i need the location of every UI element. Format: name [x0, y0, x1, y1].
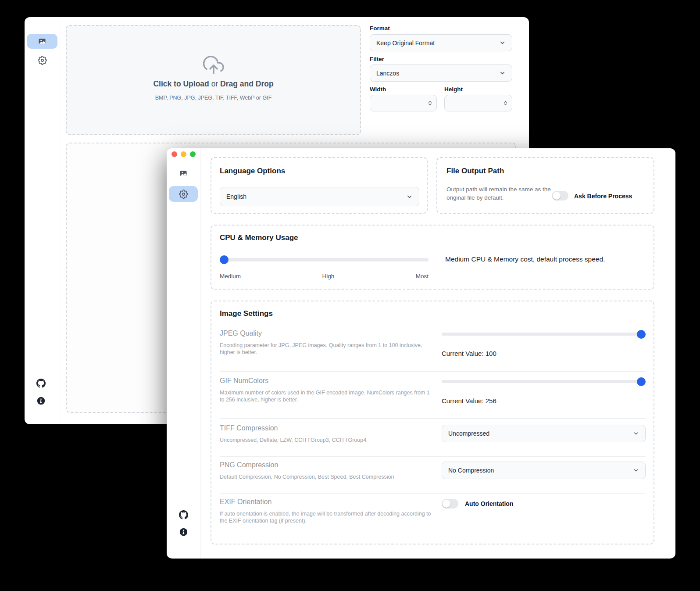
language-value: English	[226, 193, 246, 200]
tiff-compression-select[interactable]: Uncompressed	[442, 425, 646, 442]
sidebar	[167, 148, 200, 559]
upload-title-or: or	[209, 79, 220, 88]
png-compression-value: No Compression	[448, 467, 494, 474]
jpeg-quality-slider-thumb[interactable]	[637, 330, 646, 339]
image-settings-heading: Image Settings	[220, 309, 273, 318]
exif-orientation-description: If auto orientation is enabled, the imag…	[220, 510, 431, 524]
upload-title-drag: Drag and Drop	[220, 79, 274, 88]
format-value: Keep Original Format	[376, 39, 435, 47]
tiff-compression-description: Uncompressed, Deflate, LZW, CCITTGroup3,…	[220, 437, 431, 444]
language-options-heading: Language Options	[220, 167, 285, 176]
chevron-down-icon	[633, 430, 639, 437]
upload-dropzone[interactable]: Click to Upload or Drag and Drop BMP, PN…	[66, 25, 361, 135]
cpu-slider-ticks: Medium High Most	[220, 273, 429, 279]
github-link[interactable]	[36, 378, 46, 388]
file-output-path-heading: File Output Path	[446, 167, 504, 176]
cpu-status-text: Medium CPU & Memory cost, default proces…	[445, 255, 605, 263]
gif-numcolors-title: GIF NumColors	[220, 377, 268, 385]
cpu-memory-heading: CPU & Memory Usage	[220, 233, 298, 242]
jpeg-quality-description: Encoding parameter for JPG, JPEG images.…	[220, 342, 426, 356]
gif-numcolors-current-value: Current Value: 256	[442, 397, 496, 405]
ask-before-process-toggle[interactable]	[552, 191, 568, 201]
image-icon	[179, 169, 188, 178]
language-options-panel: Language Options English	[211, 157, 428, 214]
sidebar-tab-settings[interactable]	[27, 53, 57, 68]
info-icon	[36, 396, 46, 405]
tick-medium: Medium	[220, 273, 241, 279]
png-compression-description: Default Compression, No Compression, Bes…	[220, 473, 431, 480]
toggle-knob	[553, 192, 561, 200]
gear-icon	[179, 190, 188, 199]
height-label: Height	[444, 86, 463, 93]
file-output-path-panel: File Output Path Output path will remain…	[436, 157, 654, 214]
cpu-slider-track[interactable]	[220, 258, 429, 261]
tiff-compression-title: TIFF Compression	[220, 424, 278, 432]
github-icon	[36, 379, 46, 388]
ask-before-process-label: Ask Before Process	[574, 193, 632, 200]
format-select[interactable]: Keep Original Format	[370, 34, 512, 51]
jpeg-quality-title: JPEG Quality	[220, 330, 262, 337]
filter-label: Filter	[370, 56, 384, 62]
tick-most: Most	[416, 273, 429, 279]
upload-cloud-icon	[203, 55, 224, 76]
image-icon	[38, 37, 46, 46]
chevron-down-icon	[633, 467, 639, 473]
github-icon	[179, 510, 188, 519]
gif-numcolors-slider-thumb[interactable]	[637, 377, 646, 386]
png-compression-title: PNG Compression	[220, 461, 278, 469]
row-divider	[220, 493, 646, 494]
gif-numcolors-description: Maximum number of colors used in the GIF…	[220, 389, 431, 403]
sidebar-tab-images[interactable]	[169, 166, 198, 181]
auto-orientation-label: Auto Orientation	[465, 500, 513, 507]
spinner-up-down-icon	[427, 99, 433, 107]
cpu-memory-panel: CPU & Memory Usage Medium High Most Medi…	[211, 225, 654, 290]
tick-high: High	[322, 273, 334, 279]
language-select[interactable]: English	[220, 187, 419, 206]
row-divider	[220, 418, 646, 419]
width-stepper[interactable]	[427, 99, 433, 107]
info-icon	[179, 527, 188, 537]
image-settings-panel: Image Settings JPEG Quality Encoding par…	[211, 301, 654, 544]
png-compression-select[interactable]: No Compression	[442, 462, 646, 479]
filter-select[interactable]: Lanczos	[370, 64, 512, 82]
row-divider	[220, 456, 646, 457]
settings-window: Language Options English File Output Pat…	[167, 148, 675, 559]
upload-title: Click to Upload or Drag and Drop	[67, 79, 360, 89]
height-stepper[interactable]	[502, 99, 508, 107]
chevron-down-icon	[499, 70, 506, 76]
jpeg-quality-slider-track[interactable]	[442, 333, 646, 336]
desktop-background: Click to Upload or Drag and Drop BMP, PN…	[0, 0, 700, 591]
spinner-up-down-icon	[503, 99, 508, 107]
chevron-down-icon	[406, 193, 413, 200]
chevron-down-icon	[499, 39, 506, 46]
gif-numcolors-slider-track[interactable]	[442, 380, 646, 383]
about-button[interactable]	[36, 396, 46, 405]
about-button[interactable]	[179, 527, 188, 537]
upload-title-click: Click to Upload	[153, 79, 209, 88]
gear-icon	[38, 56, 47, 65]
tiff-compression-value: Uncompressed	[448, 430, 489, 437]
toggle-knob	[443, 500, 450, 508]
filter-value: Lanczos	[376, 70, 399, 77]
exif-orientation-title: EXIF Orientation	[220, 498, 271, 506]
jpeg-quality-current-value: Current Value: 100	[442, 350, 496, 357]
upload-icon-wrap	[67, 55, 360, 76]
format-label: Format	[370, 25, 390, 32]
auto-orientation-toggle[interactable]	[442, 499, 458, 509]
sidebar-tab-settings[interactable]	[169, 186, 198, 202]
sidebar	[25, 17, 60, 424]
row-divider	[220, 371, 646, 372]
width-label: Width	[370, 86, 386, 93]
cpu-slider-thumb[interactable]	[220, 255, 229, 264]
output-path-description: Output path will remain the same as the …	[446, 185, 553, 202]
upload-formats: BMP, PNG, JPG, JPEG, TIF, TIFF, WebP or …	[67, 95, 360, 101]
github-link[interactable]	[179, 510, 188, 519]
sidebar-tab-images[interactable]	[27, 34, 57, 49]
